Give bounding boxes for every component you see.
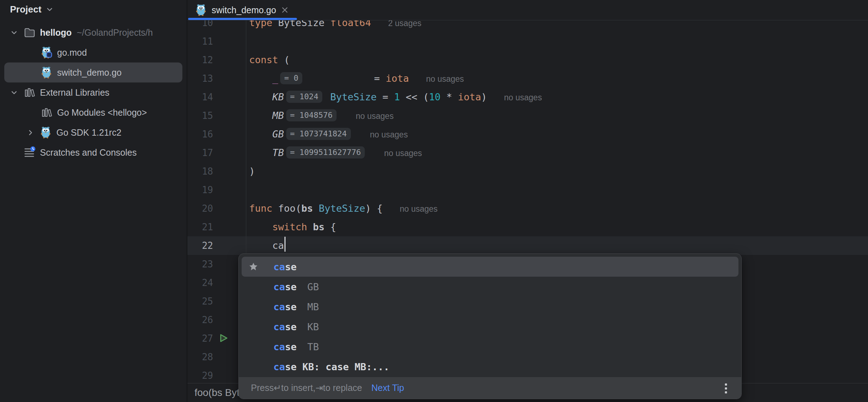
code-line-text: switch bs { [246,218,868,236]
scratches-icon [24,146,36,159]
tree-item-switch-demo-go[interactable]: switch_demo.go [4,62,182,82]
code-line[interactable]: 13 _= 0 = iotano usages [187,69,868,88]
gopher-icon [40,126,53,139]
tree-item-path: ~/GolandProjects/h [77,27,153,38]
code-line[interactable]: 17 TB= 1099511627776no usages [187,144,868,162]
project-tree: hellogo ~/GolandProjects/h go.mod switch… [0,22,187,162]
tree-item-label: Go Modules <hellogo> [57,107,147,118]
line-number: 13 [187,73,246,84]
completion-item-tail: GB [307,281,319,292]
usage-hint[interactable]: no usages [356,111,394,121]
completion-item-text: case [273,301,297,312]
chevron-down-icon [46,7,53,12]
tree-item-scratches-and-consoles[interactable]: Scratches and Consoles [4,142,182,162]
project-tool-window: Project hellogo ~/GolandProjects/h go.mo… [0,0,187,402]
code-line[interactable]: 12 const ( [187,51,868,69]
completion-item[interactable]: case GB [242,277,738,297]
code-line-text [246,181,868,199]
code-line-text: ca [246,236,868,255]
usage-hint[interactable]: no usages [504,93,542,102]
completion-item-tail: TB [307,341,319,352]
tree-item-go-sdk-1-21rc2[interactable]: Go SDK 1.21rc2 [4,122,182,142]
ide-window: Project hellogo ~/GolandProjects/h go.mo… [0,0,868,402]
completion-item-text: case [273,341,297,352]
tree-item-external-libraries[interactable]: External Libraries [4,82,182,102]
usage-hint[interactable]: no usages [370,130,408,139]
code-line[interactable]: 10 type ByteSize float642 usages [187,20,868,32]
usage-hint[interactable]: 2 usages [388,20,421,28]
tab-label: switch_demo.go [212,5,276,15]
kebab-menu-icon[interactable] [725,383,727,393]
completion-item-text: case KB: case MB:... [273,361,389,372]
tree-item-label: hellogo [40,27,72,38]
line-number: 22 [187,240,246,251]
tree-item-label: Go SDK 1.21rc2 [56,127,121,138]
footer-hint-replace: to replace [323,383,362,393]
line-number: 11 [187,36,246,47]
code-line[interactable]: 20 func foo(bs ByteSize) {no usages [187,199,868,218]
code-line[interactable]: 14 KB= 1024 ByteSize = 1 << (10 * iota)n… [187,88,868,106]
line-number: 29 [187,370,246,381]
code-line-text: type ByteSize float642 usages [246,20,868,32]
completion-item[interactable]: case TB [242,337,738,357]
next-tip-link[interactable]: Next Tip [371,383,404,393]
completion-item[interactable]: case MB [242,297,738,317]
code-line[interactable]: 11 [187,32,868,51]
close-icon[interactable] [281,6,288,14]
code-line-text: ) [246,162,868,181]
code-line[interactable]: 22 ca [187,236,868,255]
tree-item-label: Scratches and Consoles [40,147,137,158]
editor-tab-bar: switch_demo.go [187,0,868,20]
run-icon[interactable] [218,333,229,343]
line-number: 19 [187,185,246,195]
code-line-text: const ( [246,51,868,69]
library-icon [41,107,54,118]
tree-item-go-modules-hellogo[interactable]: Go Modules <hellogo> [4,102,182,122]
code-line-text: TB= 1099511627776no usages [246,144,868,162]
star-icon [247,262,259,272]
tree-item-label: go.mod [57,47,87,58]
line-number: 23 [187,259,246,270]
text-caret [284,237,286,252]
code-line[interactable]: 18 ) [187,162,868,181]
completion-item[interactable]: case KB: case MB:... [242,357,738,377]
completion-item[interactable]: case KB [242,317,738,337]
line-number: 27 [187,333,246,344]
gopher-mod-icon [41,46,54,59]
completion-item-tail: KB [307,321,319,332]
line-number: 15 [187,110,246,121]
chevron-down-icon[interactable] [4,30,24,35]
folder-icon [24,26,36,39]
active-tab-underline [188,18,297,20]
completion-item-text: case [273,261,297,272]
line-number: 18 [187,166,246,177]
usage-hint[interactable]: no usages [400,204,438,213]
tab-switch-demo-go[interactable]: switch_demo.go [187,0,298,20]
completion-item-tail: MB [307,301,319,312]
code-line[interactable]: 19 [187,181,868,199]
line-number: 25 [187,296,246,307]
usage-hint[interactable]: no usages [426,74,464,84]
code-line-text: _= 0 = iotano usages [246,69,868,88]
tree-item-go-mod[interactable]: go.mod [4,42,182,62]
code-line[interactable]: 16 GB= 1073741824no usages [187,125,868,144]
project-view-selector[interactable]: Project [0,0,187,19]
chevron-down-icon[interactable] [4,90,24,95]
line-number: 17 [187,147,246,158]
line-number: 26 [187,315,246,325]
code-line-text [246,32,868,51]
line-number: 14 [187,92,246,102]
gopher-icon [195,4,207,16]
code-line[interactable]: 15 MB= 1048576no usages [187,106,868,125]
footer-hint-insert: to insert, [281,383,316,393]
usage-hint[interactable]: no usages [384,149,422,158]
chevron-right-icon[interactable] [21,130,40,136]
line-number: 16 [187,129,246,140]
line-number: 28 [187,352,246,362]
tree-item-hellogo[interactable]: hellogo ~/GolandProjects/h [4,22,182,42]
gopher-icon [41,66,54,79]
code-line[interactable]: 21 switch bs { [187,218,868,236]
completion-popup: case case GB case MB case KB case TB cas… [238,253,742,399]
completion-item-text: case [273,321,297,332]
completion-item[interactable]: case [242,257,738,277]
